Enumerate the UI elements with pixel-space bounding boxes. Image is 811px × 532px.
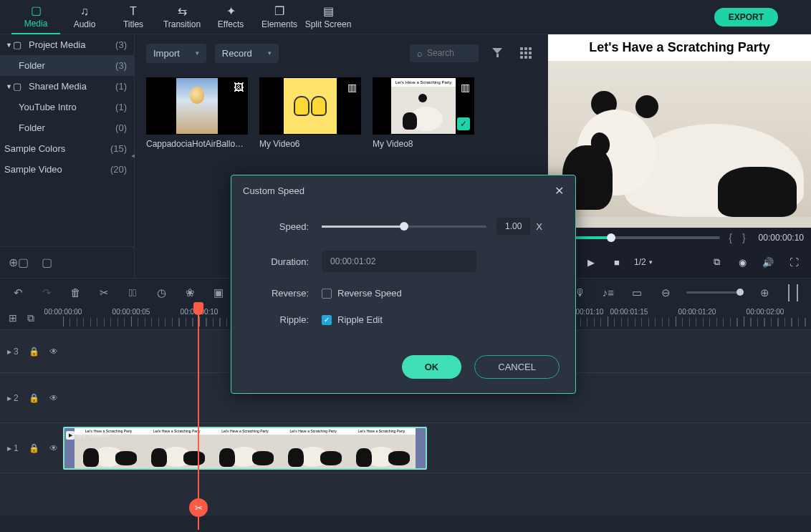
marker-button[interactable]: ▭ [629, 285, 645, 301]
video-track-icon: ▸ [7, 443, 11, 453]
add-track-button[interactable]: ⊞ [9, 312, 17, 324]
tab-audio[interactable]: ♫ Audio [60, 0, 109, 34]
volume-button[interactable]: 🔊 [759, 253, 777, 271]
media-item-video8[interactable]: Let's Have a Scratching Party ▥ ✓ My Vid… [373, 77, 474, 149]
speed-button[interactable]: ◷ [153, 285, 169, 301]
preview-scrubber[interactable] [555, 236, 720, 239]
close-button[interactable]: ✕ [555, 184, 564, 198]
sidebar-item-folder-2[interactable]: Folder (0) [0, 117, 134, 138]
duration-input[interactable] [322, 251, 476, 272]
search-input[interactable]: ⌕ [410, 44, 479, 62]
dialog-title: Custom Speed [243, 185, 304, 196]
crop-button[interactable]: ✂⃞ [125, 285, 140, 301]
grid-view-button[interactable] [516, 43, 536, 63]
video-track-icon: ▸ [7, 347, 11, 357]
import-dropdown[interactable]: Import ▾ [146, 44, 206, 63]
speed-value[interactable]: 1.00 [496, 218, 530, 235]
color-button[interactable]: ❀ [182, 285, 198, 301]
timeline-clip-video8[interactable]: ▶ My Video8 Let's Have a Scratching Part… [63, 427, 427, 470]
folder-icon: ▢ [31, 4, 42, 17]
folder-icon: ▢ [13, 39, 24, 50]
eye-icon[interactable]: 👁 [49, 347, 58, 357]
custom-speed-dialog: Custom Speed ✕ Speed: 1.00 X Duration: R… [231, 175, 576, 394]
tab-titles[interactable]: T Titles [109, 0, 158, 34]
tab-transition[interactable]: ⇆ Transition [158, 0, 206, 34]
search-icon: ⌕ [417, 48, 423, 59]
tab-media[interactable]: ▢ Media [11, 0, 60, 34]
record-dropdown[interactable]: Record ▾ [215, 44, 279, 63]
ripple-checkbox[interactable]: ✓ [322, 315, 332, 325]
funnel-icon [492, 48, 502, 58]
video-type-icon: ▥ [347, 82, 357, 93]
stop-button[interactable]: ■ [608, 253, 625, 271]
new-folder-icon[interactable]: ⊕▢ [9, 256, 29, 269]
preview-quality-dropdown[interactable]: 1/2 ▾ [634, 257, 653, 267]
tab-elements[interactable]: ❐ Elements [255, 0, 304, 34]
filter-button[interactable] [487, 43, 507, 63]
chevron-down-icon: ▼ [6, 83, 13, 90]
green-screen-button[interactable]: ▣ [211, 285, 226, 301]
lock-icon[interactable]: 🔒 [29, 347, 39, 357]
preview-timecode: 00:00:00:10 [759, 233, 804, 243]
preview-image [548, 61, 811, 217]
zoom-in-button[interactable]: ⊕ [757, 285, 772, 301]
speed-slider[interactable] [322, 226, 486, 228]
speed-label: Speed: [251, 221, 309, 232]
ok-button[interactable]: OK [402, 355, 462, 379]
audio-mixer-button[interactable]: ♪≡ [600, 285, 616, 301]
redo-button[interactable]: ↷ [39, 285, 54, 301]
sidebar-item-project-media[interactable]: ▼ ▢ Project Media (3) [0, 34, 134, 55]
zoom-slider[interactable] [686, 291, 744, 294]
lock-icon[interactable]: 🔒 [29, 443, 39, 453]
chevron-down-icon: ▾ [196, 49, 199, 57]
image-type-icon: 🖼 [234, 82, 244, 93]
link-button[interactable]: ⧉ [27, 312, 34, 324]
snapshot-button[interactable]: ◉ [734, 253, 751, 271]
pip-button[interactable]: ⧉ [708, 253, 725, 271]
tab-split-screen[interactable]: ▤ Split Screen [304, 0, 352, 34]
play-button[interactable]: ▶ [582, 253, 600, 271]
text-icon: T [130, 5, 137, 18]
fullscreen-button[interactable]: ⛶ [785, 253, 802, 271]
cancel-button[interactable]: CANCEL [474, 355, 560, 379]
preview-viewport[interactable]: Let's Have a Scratching Party [548, 34, 811, 228]
reverse-checkbox[interactable] [322, 289, 332, 299]
speed-unit: X [536, 221, 542, 232]
chevron-down-icon: ▾ [649, 258, 653, 266]
delete-button[interactable]: 🗑 [67, 285, 83, 301]
transition-icon: ⇆ [178, 4, 187, 18]
preview-overlay-title: Let's Have a Scratching Party [548, 34, 811, 61]
tab-effects[interactable]: ✦ Effects [206, 0, 255, 34]
video-track-icon: ▸ [7, 393, 11, 403]
media-item-cappadocia[interactable]: 🖼 CappadociaHotAirBalloo… [146, 77, 248, 149]
reverse-option-label: Reverse Speed [337, 288, 402, 299]
sidebar-item-youtube-intro[interactable]: YouTube Intro (1) [0, 97, 134, 117]
undo-button[interactable]: ↶ [10, 285, 26, 301]
media-item-video6[interactable]: ▥ My Video6 [259, 77, 361, 149]
reverse-label: Reverse: [251, 288, 309, 299]
chevron-down-icon: ▼ [6, 42, 13, 49]
zoom-fit-button[interactable] [785, 285, 801, 301]
export-button[interactable]: EXPORT [714, 8, 778, 26]
sidebar-item-sample-video[interactable]: Sample Video (20) [0, 159, 134, 180]
grid-icon [520, 47, 532, 59]
selected-check-icon: ✓ [457, 117, 470, 130]
lock-icon[interactable]: 🔒 [29, 393, 39, 403]
ripple-label: Ripple: [251, 314, 309, 325]
sidebar-item-shared-media[interactable]: ▼ ▢ Shared Media (1) [0, 76, 134, 97]
preview-panel: Let's Have a Scratching Party { } 00:00:… [547, 34, 811, 278]
sidebar-item-folder[interactable]: Folder (3) [0, 55, 134, 76]
mark-in-button[interactable]: { [727, 232, 734, 243]
folder-icon: ▢ [13, 81, 24, 92]
sidebar-item-sample-colors[interactable]: Sample Colors (15) [0, 138, 134, 159]
clip-play-icon: ▶ [66, 431, 75, 440]
chevron-down-icon: ▾ [268, 49, 272, 57]
folder-outline-icon[interactable]: ▢ [42, 256, 52, 269]
track-v1[interactable]: ▸1 🔒 👁 ▶ My Video8 Let's Have a Scratchi… [0, 422, 811, 473]
split-button[interactable]: ✂ [96, 285, 112, 301]
duration-label: Duration: [251, 256, 309, 267]
eye-icon[interactable]: 👁 [49, 393, 58, 403]
zoom-out-button[interactable]: ⊖ [658, 285, 673, 301]
mark-out-button[interactable]: } [741, 232, 747, 243]
eye-icon[interactable]: 👁 [49, 443, 58, 453]
